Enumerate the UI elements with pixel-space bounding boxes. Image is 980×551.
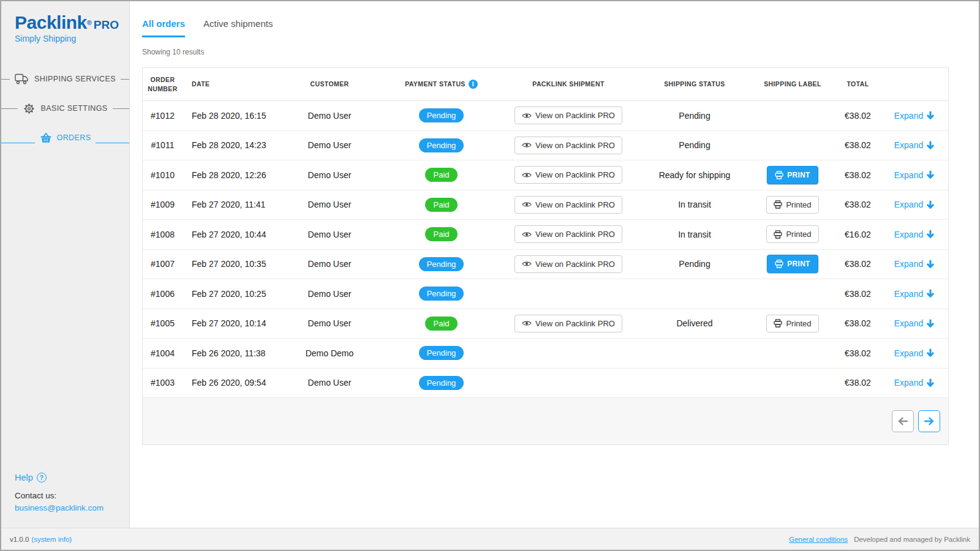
divider-line — [96, 143, 129, 143]
order-number-cell: #1008 — [143, 230, 183, 239]
previous-page-button[interactable] — [892, 410, 914, 432]
printed-label-button[interactable]: Printed — [766, 196, 818, 214]
eye-icon — [522, 201, 532, 208]
general-conditions-link[interactable]: General conditions — [789, 536, 848, 543]
view-on-packlink-pro-button[interactable]: View on Packlink PRO — [514, 166, 622, 184]
packlink-shipment-cell: View on Packlink PRO — [498, 225, 639, 243]
shipping-status-cell: Ready for shipping — [639, 170, 750, 180]
pagination-bar — [143, 398, 948, 444]
help-icon[interactable]: ? — [37, 473, 47, 482]
shipping-status-cell: Pending — [639, 140, 750, 150]
results-summary: Showing 10 results — [142, 48, 949, 56]
payment-status-cell: Paid — [385, 198, 498, 212]
date-cell: Feb 28 2020, 16:15 — [183, 111, 274, 121]
view-on-packlink-pro-button[interactable]: View on Packlink PRO — [514, 315, 622, 332]
expand-link[interactable]: Expand — [894, 230, 935, 239]
table-header-row: Order Number Date Customer Payment Statu… — [143, 68, 948, 101]
expand-link[interactable]: Expand — [894, 170, 935, 180]
info-icon[interactable]: i — [469, 80, 478, 89]
brand-pro: PRO — [94, 18, 119, 31]
total-cell: €38.02 — [835, 170, 881, 180]
order-number-cell: #1007 — [143, 259, 183, 269]
shipping-status-cell: In transit — [639, 200, 750, 209]
expand-link[interactable]: Expand — [894, 378, 935, 388]
arrow-down-icon — [926, 141, 935, 150]
date-cell: Feb 28 2020, 12:26 — [183, 170, 274, 180]
system-info-link[interactable]: (system info) — [31, 536, 72, 543]
eye-icon — [522, 320, 532, 326]
tab-all-orders[interactable]: All orders — [142, 18, 185, 37]
customer-cell: Demo User — [274, 259, 385, 269]
printer-icon — [774, 319, 782, 328]
customer-cell: Demo User — [274, 111, 385, 121]
truck-icon — [15, 73, 29, 85]
arrow-down-icon — [926, 260, 935, 269]
payment-status-cell: Pending — [385, 376, 498, 390]
expand-link[interactable]: Expand — [894, 318, 935, 328]
print-label-button[interactable]: PRINT — [767, 255, 818, 273]
shipping-label-cell: PRINT — [750, 255, 835, 273]
expand-cell: Expand — [881, 200, 948, 209]
expand-cell: Expand — [881, 230, 948, 239]
sidebar-item-shipping-services[interactable]: SHIPPING SERVICES — [1, 64, 129, 94]
header-packlink-shipment: Packlink Shipment — [498, 80, 639, 88]
payment-status-badge: Paid — [425, 168, 457, 182]
next-page-button[interactable] — [918, 410, 940, 432]
print-button-label: PRINT — [787, 260, 810, 268]
date-cell: Feb 26 2020, 11:38 — [183, 348, 274, 358]
sidebar-item-orders[interactable]: ORDERS — [1, 123, 129, 152]
shipping-status-cell: Pending — [639, 111, 750, 121]
arrow-left-icon — [897, 416, 908, 426]
customer-cell: Demo Demo — [274, 348, 385, 358]
arrow-down-icon — [926, 230, 935, 239]
sidebar: Packlink®PRO Simply Shipping S — [1, 1, 130, 528]
expand-label: Expand — [894, 348, 923, 358]
customer-cell: Demo User — [274, 378, 385, 388]
order-number-cell: #1010 — [143, 170, 183, 180]
printed-label-button[interactable]: Printed — [766, 225, 818, 243]
packlink-shipment-cell: View on Packlink PRO — [498, 315, 639, 332]
expand-cell: Expand — [881, 348, 948, 358]
expand-link[interactable]: Expand — [894, 200, 935, 209]
customer-cell: Demo User — [274, 230, 385, 239]
expand-cell: Expand — [881, 259, 948, 269]
help-link[interactable]: Help ? — [15, 473, 122, 482]
shipping-label-cell: PRINT — [750, 166, 835, 184]
expand-link[interactable]: Expand — [894, 259, 935, 269]
payment-status-cell: Pending — [385, 287, 498, 301]
header-order-number: Order Number — [143, 75, 183, 92]
view-on-packlink-pro-button[interactable]: View on Packlink PRO — [514, 225, 622, 243]
view-button-label: View on Packlink PRO — [535, 230, 615, 239]
view-on-packlink-pro-button[interactable]: View on Packlink PRO — [514, 255, 622, 273]
table-row: #1003 Feb 26 2020, 09:54 Demo User Pendi… — [143, 369, 948, 399]
date-cell: Feb 27 2020, 10:44 — [183, 230, 274, 239]
contact-email-link[interactable]: business@packlink.com — [15, 503, 104, 512]
printed-button-label: Printed — [786, 319, 811, 328]
print-label-button[interactable]: PRINT — [767, 166, 818, 184]
view-button-label: View on Packlink PRO — [535, 111, 615, 120]
payment-status-cell: Paid — [385, 317, 498, 331]
order-number-cell: #1006 — [143, 289, 183, 299]
view-button-label: View on Packlink PRO — [535, 319, 615, 328]
packlink-shipment-cell: View on Packlink PRO — [498, 196, 639, 214]
sidebar-item-basic-settings[interactable]: BASIC SETTINGS — [1, 94, 129, 123]
expand-label: Expand — [894, 259, 923, 269]
expand-link[interactable]: Expand — [894, 348, 935, 358]
expand-link[interactable]: Expand — [894, 140, 935, 150]
view-on-packlink-pro-button[interactable]: View on Packlink PRO — [514, 107, 622, 124]
customer-cell: Demo User — [274, 140, 385, 150]
packlink-logo: Packlink®PRO Simply Shipping — [1, 1, 129, 43]
date-cell: Feb 27 2020, 10:25 — [183, 289, 274, 299]
view-on-packlink-pro-button[interactable]: View on Packlink PRO — [514, 137, 622, 154]
tab-active-shipments[interactable]: Active shipments — [203, 18, 273, 37]
expand-link[interactable]: Expand — [894, 289, 935, 299]
expand-cell: Expand — [881, 111, 948, 121]
arrow-down-icon — [926, 200, 935, 209]
header-total: Total — [835, 80, 881, 88]
view-on-packlink-pro-button[interactable]: View on Packlink PRO — [514, 196, 622, 214]
date-cell: Feb 26 2020, 09:54 — [183, 378, 274, 388]
total-cell: €38.02 — [835, 259, 881, 269]
printed-label-button[interactable]: Printed — [766, 315, 818, 332]
print-button-label: PRINT — [787, 171, 810, 179]
expand-link[interactable]: Expand — [894, 111, 935, 121]
